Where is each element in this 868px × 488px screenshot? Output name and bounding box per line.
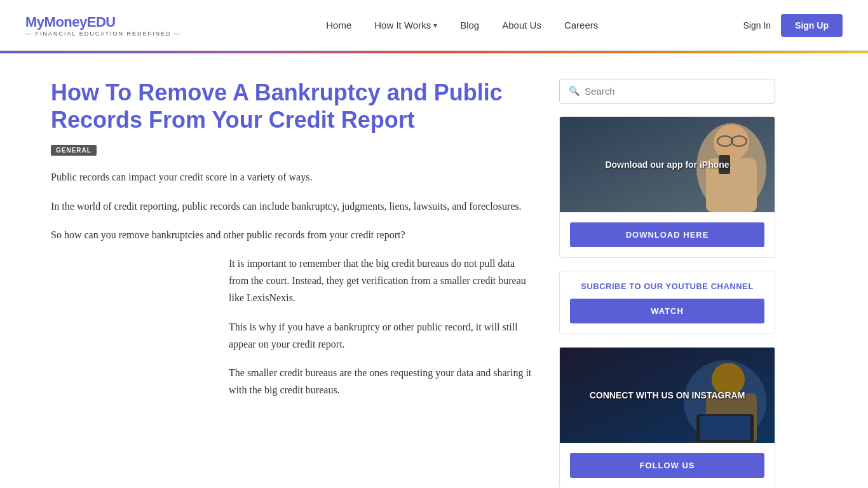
nav-how-it-works-link[interactable]: How It Works (374, 20, 437, 30)
article-quote-3: The smaller credit bureaus are the ones … (229, 364, 534, 398)
instagram-card: CONNECT WITH US ON INSTAGRAM FOLLOW US (559, 347, 775, 488)
logo-suffix: EDU (87, 14, 116, 30)
sign-up-button[interactable]: Sign Up (781, 14, 843, 37)
iphone-download-button[interactable]: DOWNLOAD HERE (570, 222, 764, 247)
site-logo[interactable]: MyMoneyEDU — Financial Education Redefin… (25, 14, 181, 37)
nav-item-home[interactable]: Home (326, 20, 351, 31)
instagram-card-overlay: CONNECT WITH US ON INSTAGRAM (560, 348, 775, 443)
article-quote: It is important to remember that the big… (229, 255, 534, 398)
instagram-card-title: CONNECT WITH US ON INSTAGRAM (590, 390, 745, 400)
article-title: How To Remove A Bankruptcy and Public Re… (51, 79, 534, 133)
search-box[interactable]: 🔍 (559, 79, 775, 104)
nav-blog-link[interactable]: Blog (460, 20, 479, 30)
nav-auth-area: Sign In Sign Up (743, 14, 843, 37)
instagram-card-image: CONNECT WITH US ON INSTAGRAM (560, 348, 775, 443)
article-tag: GENERAL (51, 145, 97, 156)
logo-tagline: — Financial Education Redefined — (25, 30, 181, 37)
article-para-3: So how can you remove bankruptcies and o… (51, 226, 534, 243)
article-quote-2: This is why if you have a bankruptcy or … (229, 318, 534, 353)
nav-item-how-it-works[interactable]: How It Works (374, 20, 437, 30)
article-body: Public records can impact your credit sc… (51, 168, 534, 243)
youtube-card-title: SUBCRIBE TO OUR YOUTUBE CHANNEL (570, 281, 764, 291)
article-para-2: In the world of credit reporting, public… (51, 198, 534, 215)
nav-about-us-link[interactable]: About Us (502, 20, 541, 30)
youtube-watch-button[interactable]: WATCH (570, 299, 764, 323)
sidebar: 🔍 (559, 79, 775, 488)
nav-item-about-us[interactable]: About Us (502, 20, 541, 31)
iphone-card-content: DOWNLOAD HERE (560, 212, 775, 257)
logo-prefix: MyMoney (25, 14, 87, 30)
sign-in-button[interactable]: Sign In (743, 20, 771, 30)
youtube-card-content: SUBCRIBE TO OUR YOUTUBE CHANNEL WATCH (560, 271, 775, 334)
article-quote-1: It is important to remember that the big… (229, 255, 534, 307)
nav-home-link[interactable]: Home (326, 20, 351, 30)
iphone-card: Download our app for iPhone DOWNLOAD HER… (559, 116, 775, 258)
article: How To Remove A Bankruptcy and Public Re… (51, 79, 534, 488)
search-icon: 🔍 (569, 86, 580, 97)
nav-menu: Home How It Works Blog About Us Careers (326, 20, 598, 31)
instagram-follow-button[interactable]: FOLLOW US (570, 453, 764, 478)
iphone-card-title: Download our app for iPhone (605, 159, 729, 170)
nav-careers-link[interactable]: Careers (564, 20, 598, 30)
main-container: How To Remove A Bankruptcy and Public Re… (0, 53, 868, 488)
youtube-card: SUBCRIBE TO OUR YOUTUBE CHANNEL WATCH (559, 271, 775, 334)
iphone-card-image: Download our app for iPhone (560, 117, 775, 212)
iphone-card-overlay: Download our app for iPhone (560, 117, 775, 212)
instagram-card-content: FOLLOW US (560, 443, 775, 488)
search-input[interactable] (585, 86, 766, 97)
logo-text: MyMoneyEDU (25, 14, 181, 30)
navigation: MyMoneyEDU — Financial Education Redefin… (0, 0, 868, 51)
article-para-1: Public records can impact your credit sc… (51, 168, 534, 186)
nav-item-careers[interactable]: Careers (564, 20, 598, 31)
nav-item-blog[interactable]: Blog (460, 20, 479, 31)
